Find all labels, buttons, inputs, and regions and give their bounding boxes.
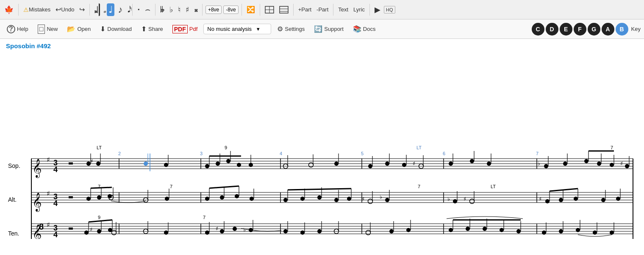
svg-point-161 <box>574 197 578 201</box>
svg-text:♭: ♭ <box>538 160 540 167</box>
sharp-button[interactable]: ♯ <box>184 4 191 15</box>
svg-point-225 <box>389 229 394 233</box>
svg-text:♯: ♯ <box>47 221 50 228</box>
svg-rect-34 <box>69 162 73 165</box>
mistakes-button[interactable]: ⚠ Mistakes <box>22 5 52 14</box>
duration-sixteenth-button[interactable]: 𝅘𝅥𝅯 <box>126 4 129 15</box>
lyric-button[interactable]: Lyric <box>352 5 366 14</box>
svg-point-82 <box>597 162 601 166</box>
svg-point-89 <box>625 164 629 168</box>
svg-point-200 <box>112 230 117 235</box>
gear-icon <box>277 25 283 33</box>
share-button[interactable]: ⬆ Share <box>138 23 167 35</box>
pdf-button[interactable]: PDF Pdf <box>169 23 201 35</box>
analysis-label: No music analysis <box>207 26 252 32</box>
key-E-button[interactable]: E <box>560 23 572 36</box>
svg-text:♯: ♯ <box>464 196 466 202</box>
svg-point-77 <box>544 164 548 168</box>
key-C-button[interactable]: C <box>532 23 544 36</box>
play-button[interactable]: ▶ <box>373 4 382 15</box>
svg-point-43 <box>164 163 168 167</box>
separator <box>132 4 133 16</box>
separator <box>202 4 203 16</box>
svg-text:♭: ♭ <box>447 196 450 202</box>
duration-half-button[interactable]: 𝅗 <box>102 3 105 16</box>
redo-button[interactable]: ↪ <box>78 5 86 14</box>
separator <box>155 4 155 16</box>
analysis-select[interactable]: No music analysis ▾ <box>203 24 271 34</box>
svg-point-61 <box>368 164 372 168</box>
octave-down-button[interactable]: -8ve <box>223 5 238 14</box>
key-A-button[interactable]: A <box>602 23 614 36</box>
open-button[interactable]: 📂 Open <box>64 23 94 35</box>
svg-text:7: 7 <box>418 184 420 189</box>
key-F-button[interactable]: F <box>574 23 586 36</box>
svg-text:7: 7 <box>611 145 613 150</box>
svg-text:♭: ♭ <box>380 194 382 200</box>
remove-part-button[interactable]: -Part <box>315 5 330 14</box>
svg-point-243 <box>593 230 597 235</box>
add-part-button[interactable]: +Part <box>297 5 313 14</box>
duration-long-button[interactable]: 𝆷 <box>93 3 100 16</box>
app-icon-button[interactable]: 🍁 <box>3 4 15 15</box>
svg-rect-113 <box>69 196 73 198</box>
key-D-button[interactable]: D <box>546 23 558 36</box>
alt-staff: Alt. 𝄞 ♯ 3 4 7 7 7 LT <box>8 184 633 212</box>
svg-text:♯: ♯ <box>539 196 541 202</box>
download-label: Download <box>107 26 132 32</box>
svg-point-223 <box>366 230 371 235</box>
duration-eighth-button[interactable]: ♪ <box>116 3 124 16</box>
double-sharp-button[interactable]: 𝄪 <box>193 5 199 14</box>
hq-button[interactable]: HQ <box>384 6 395 14</box>
svg-point-139 <box>347 197 351 201</box>
layout2-button[interactable] <box>278 5 290 14</box>
svg-text:9: 9 <box>98 215 100 220</box>
warning-icon: ⚠ <box>23 6 29 13</box>
redo-icon: ↪ <box>79 5 85 14</box>
svg-text:4: 4 <box>53 199 58 208</box>
svg-text:♯: ♯ <box>216 225 218 232</box>
score-svg: Sop. 𝄞 ♯ 3 4 2 3 4 <box>6 57 637 239</box>
layout2-icon <box>279 6 289 14</box>
toolbar1: 🍁 ⚠ Mistakes ↩ Undo ↪ 𝆷 𝅗 ♩ ♪ 𝅘𝅥𝅯 · ⌢ 𝄫 … <box>0 0 644 19</box>
text-button[interactable]: Text <box>336 5 350 14</box>
double-flat-button[interactable]: 𝄫 <box>158 5 166 14</box>
help-label: Help <box>17 26 28 32</box>
layout1-button[interactable] <box>263 5 276 14</box>
svg-point-213 <box>249 228 253 232</box>
svg-point-231 <box>483 227 487 231</box>
svg-rect-3 <box>280 6 288 13</box>
slur-button[interactable]: ⌢ <box>143 4 152 15</box>
separator <box>293 4 294 16</box>
key-B-button[interactable]: B <box>616 23 628 36</box>
docs-button[interactable]: 📚 Docs <box>350 23 379 35</box>
natural-button[interactable]: ♮ <box>176 4 182 15</box>
mistakes-label: Mistakes <box>29 6 50 13</box>
svg-text:♯: ♯ <box>90 226 92 233</box>
toolbar2: ? Help □ New 📂 Open ⬇ Download ⬆ Share P… <box>0 19 644 39</box>
settings-button[interactable]: Settings <box>274 23 308 35</box>
download-button[interactable]: ⬇ Download <box>97 23 135 35</box>
svg-point-74 <box>487 162 491 166</box>
svg-point-166 <box>601 198 605 202</box>
support-button[interactable]: 🔄 Support <box>311 23 347 35</box>
svg-point-229 <box>449 228 453 232</box>
undo-button[interactable]: ↩ Undo <box>54 5 76 14</box>
svg-text:Ten.: Ten. <box>8 230 19 237</box>
new-button[interactable]: □ New <box>34 23 61 36</box>
svg-line-165 <box>550 189 578 191</box>
svg-rect-191 <box>69 228 73 230</box>
dot-button[interactable]: · <box>136 4 142 15</box>
svg-point-114 <box>86 197 91 201</box>
svg-point-233 <box>516 229 521 233</box>
help-button[interactable]: ? Help <box>3 23 32 35</box>
duration-quarter-button[interactable]: ♩ <box>107 3 114 16</box>
key-G-button[interactable]: G <box>588 23 600 36</box>
transform-button[interactable]: 🔀 <box>245 5 257 14</box>
docs-label: Docs <box>363 26 376 32</box>
open-label: Open <box>77 26 91 32</box>
octave-up-button[interactable]: +8ve <box>205 5 222 14</box>
flat-button[interactable]: ♭ <box>168 4 175 15</box>
svg-text:4: 4 <box>53 230 58 239</box>
svg-text:Sop.: Sop. <box>8 162 20 169</box>
